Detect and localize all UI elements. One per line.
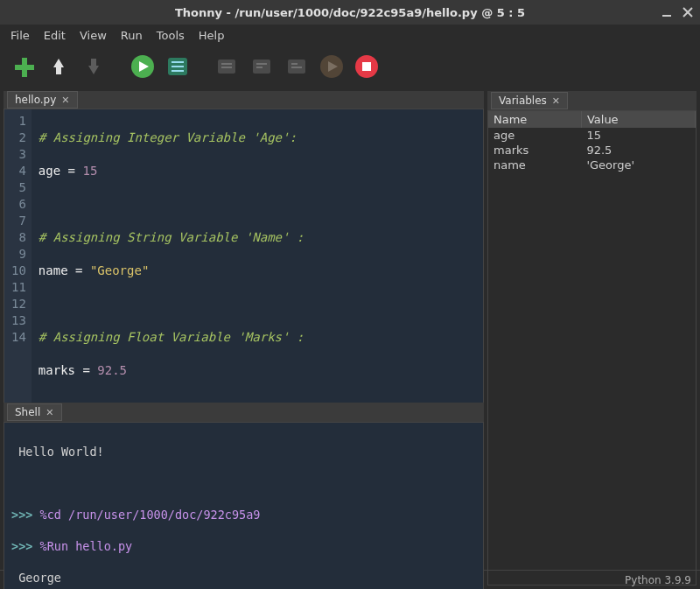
debug-button[interactable] xyxy=(164,53,191,80)
table-row[interactable]: name 'George' xyxy=(488,158,696,172)
code-ident: name xyxy=(38,263,68,277)
var-value: 'George' xyxy=(581,158,695,172)
col-header-name[interactable]: Name xyxy=(488,111,581,128)
variables-tab[interactable]: Variables ✕ xyxy=(491,92,568,109)
menu-file[interactable]: File xyxy=(5,27,35,44)
shell-panel: Shell ✕ Hello World! >>> %cd /run/user/1… xyxy=(0,403,487,589)
stop-button[interactable] xyxy=(354,53,380,80)
python-version[interactable]: Python 3.9.9 xyxy=(625,574,691,586)
line-number: 10 xyxy=(11,263,26,279)
line-number: 5 xyxy=(11,179,26,196)
menu-tools[interactable]: Tools xyxy=(151,27,190,44)
editor-tab[interactable]: hello.py ✕ xyxy=(7,91,78,109)
menu-help[interactable]: Help xyxy=(193,27,230,44)
editor-tabbar: hello.py ✕ xyxy=(4,91,484,109)
new-file-button[interactable] xyxy=(10,53,37,80)
menu-edit[interactable]: Edit xyxy=(38,27,71,44)
var-name: age xyxy=(488,128,581,143)
line-number: 11 xyxy=(11,279,26,296)
line-number: 9 xyxy=(11,246,26,263)
line-number: 14 xyxy=(11,329,26,346)
toolbar xyxy=(0,46,700,88)
editor-panel: hello.py ✕ 1 2 3 4 5 6 7 8 9 10 11 12 xyxy=(0,88,487,403)
shell-command: %cd /run/user/1000/doc/922c95a9 xyxy=(40,508,261,522)
shell-output[interactable]: Hello World! >>> %cd /run/user/1000/doc/… xyxy=(4,422,484,589)
svg-rect-23 xyxy=(362,62,371,71)
variables-tab-label: Variables xyxy=(499,95,547,107)
shell-prompt: >>> xyxy=(11,539,40,553)
code-comment: # Assigning Integer Variable 'Age': xyxy=(38,130,297,144)
menubar: File Edit View Run Tools Help xyxy=(0,25,700,46)
line-number: 3 xyxy=(11,146,26,163)
code-number: 15 xyxy=(82,164,97,178)
table-row[interactable]: marks 92.5 xyxy=(488,143,696,158)
window-title: Thonny - /run/user/1000/doc/922c95a9/hel… xyxy=(175,6,525,19)
shell-tab[interactable]: Shell ✕ xyxy=(7,403,62,421)
code-comment: # Assigning Float Variable 'Marks' : xyxy=(38,330,304,344)
code-string: "George" xyxy=(90,263,149,277)
variables-tabbar: Variables ✕ xyxy=(487,91,696,110)
line-number: 12 xyxy=(11,296,26,312)
close-icon[interactable]: ✕ xyxy=(46,407,53,418)
var-name: name xyxy=(488,158,581,172)
menu-run[interactable]: Run xyxy=(116,27,148,44)
line-number: 1 xyxy=(11,113,26,130)
code-number: 92.5 xyxy=(97,363,127,377)
code-ident: marks xyxy=(38,363,75,377)
line-number: 6 xyxy=(11,196,26,213)
close-button[interactable] xyxy=(681,5,695,19)
table-row[interactable]: age 15 xyxy=(488,128,696,143)
svg-rect-4 xyxy=(15,65,34,70)
shell-line: George xyxy=(11,570,476,585)
step-over-button[interactable] xyxy=(214,53,240,80)
run-button[interactable] xyxy=(130,53,156,80)
minimize-button[interactable] xyxy=(660,5,674,19)
close-icon[interactable]: ✕ xyxy=(552,95,560,107)
workspace: hello.py ✕ 1 2 3 4 5 6 7 8 9 10 11 12 xyxy=(0,88,700,570)
shell-line: Hello World! xyxy=(11,444,476,459)
save-file-button[interactable] xyxy=(80,53,107,80)
shell-tab-label: Shell xyxy=(15,406,40,418)
code-op: = xyxy=(60,164,82,178)
code-op: = xyxy=(68,263,90,277)
resume-button[interactable] xyxy=(318,53,345,80)
variables-panel: Name Value age 15 marks 92.5 name 'Georg… xyxy=(487,110,696,585)
menu-view[interactable]: View xyxy=(74,27,112,44)
editor-tab-label: hello.py xyxy=(15,94,56,106)
step-into-button[interactable] xyxy=(248,53,275,80)
var-value: 15 xyxy=(581,128,695,143)
code-comment: # Assigning String Variable 'Name' : xyxy=(38,230,304,244)
shell-command: %Run hello.py xyxy=(40,539,133,553)
table-header-row: Name Value xyxy=(488,111,696,128)
left-column: hello.py ✕ 1 2 3 4 5 6 7 8 9 10 11 12 xyxy=(0,88,487,570)
line-number: 8 xyxy=(11,229,26,246)
step-out-button[interactable] xyxy=(284,53,310,80)
shell-tabbar: Shell ✕ xyxy=(4,403,484,422)
line-number: 13 xyxy=(11,312,26,329)
right-column: Variables ✕ Name Value age 15 marks 92.5 xyxy=(487,88,700,570)
titlebar: Thonny - /run/user/1000/doc/922c95a9/hel… xyxy=(0,0,700,25)
shell-prompt: >>> xyxy=(11,508,40,522)
col-header-value[interactable]: Value xyxy=(581,111,695,128)
line-number: 4 xyxy=(11,163,26,179)
line-number: 2 xyxy=(11,130,26,146)
var-value: 92.5 xyxy=(581,143,695,158)
var-name: marks xyxy=(488,143,581,158)
open-file-button[interactable] xyxy=(46,53,72,80)
code-op: = xyxy=(75,363,97,377)
window-buttons xyxy=(660,5,695,19)
close-icon[interactable]: ✕ xyxy=(61,95,69,106)
code-ident: age xyxy=(38,164,60,178)
variables-table: Name Value age 15 marks 92.5 name 'Georg… xyxy=(488,111,696,172)
line-number: 7 xyxy=(11,213,26,229)
